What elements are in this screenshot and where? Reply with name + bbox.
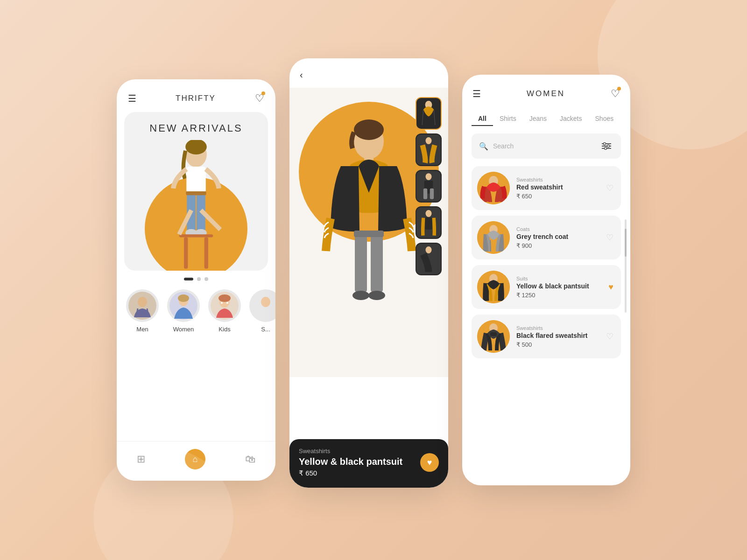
svg-point-29 <box>352 291 369 300</box>
product-name-4: Black flared sweatshirt <box>516 332 599 339</box>
tab-jackets[interactable]: Jackets <box>553 112 588 126</box>
men-label: Men <box>136 326 148 333</box>
category-kids[interactable]: Kids <box>208 289 241 333</box>
product-category-4: Sweatshirts <box>516 325 599 331</box>
like-btn-3[interactable]: ♥ <box>608 282 613 292</box>
svg-rect-28 <box>354 231 384 237</box>
bottom-nav: ⊞ ⌂ 🛍 <box>117 441 275 481</box>
product-price-2: ₹ 900 <box>516 242 599 249</box>
tab-shirts[interactable]: Shirts <box>493 112 523 126</box>
men-avatar <box>126 289 159 322</box>
carousel-dots <box>117 277 275 281</box>
phone3-header: ☰ WOMEN ♡ <box>462 75 630 107</box>
dot-inactive[interactable] <box>197 277 201 281</box>
svg-point-15 <box>178 294 189 302</box>
product-details-1: Sweatshirts Red sweatshirt ₹ 650 <box>516 177 599 200</box>
product-row-1[interactable]: Sweatshirts Red sweatshirt ₹ 650 ♡ <box>472 166 621 210</box>
thumb-4[interactable] <box>416 206 442 239</box>
menu-icon[interactable]: ☰ <box>128 93 136 104</box>
thumb-1[interactable] <box>416 97 442 130</box>
product-price-4: ₹ 500 <box>516 341 599 348</box>
main-product-image <box>289 88 448 377</box>
nav-grid[interactable]: ⊞ <box>137 453 145 465</box>
filter-tabs: All Shirts Jeans Jackets Shoes <box>462 107 630 133</box>
home-btn[interactable]: ⌂ <box>185 449 205 469</box>
product-thumb-1 <box>477 172 510 204</box>
scroll-thumb <box>625 229 627 257</box>
svg-point-18 <box>218 294 231 302</box>
svg-rect-2 <box>186 167 205 193</box>
product-details-3: Suits Yellow & black pantsuit ₹ 1250 <box>516 276 602 299</box>
svg-rect-59 <box>490 332 497 336</box>
search-bar[interactable]: 🔍 Search <box>472 133 621 159</box>
kids-avatar <box>208 289 241 322</box>
category-sale[interactable]: S... <box>249 289 275 333</box>
product-category: Sweatshirts <box>299 448 402 455</box>
thumb-5[interactable] <box>416 243 442 275</box>
phone-home: ☰ THRIFTY ♡ NEW ARRIVALS <box>117 79 275 481</box>
svg-point-24 <box>354 119 384 140</box>
category-men[interactable]: Men <box>126 289 159 333</box>
product-row-2[interactable]: Coats Grey trench coat ₹ 900 ♡ <box>472 216 621 259</box>
like-btn-2[interactable]: ♡ <box>606 232 613 243</box>
svg-point-34 <box>426 137 432 144</box>
product-category-1: Sweatshirts <box>516 177 599 182</box>
tab-jeans[interactable]: Jeans <box>523 112 553 126</box>
filter-button[interactable] <box>599 139 613 153</box>
wishlist-btn-3[interactable]: ♡ <box>611 88 620 100</box>
product-category-2: Coats <box>516 226 599 232</box>
categories-row: Men Women <box>117 289 275 333</box>
wishlist-btn[interactable]: ♡ <box>255 92 264 105</box>
scroll-indicator <box>625 219 627 313</box>
kids-label: Kids <box>218 326 230 333</box>
product-row-3[interactable]: Suits Yellow & black pantsuit ₹ 1250 ♥ <box>472 265 621 309</box>
notification-dot <box>261 91 265 95</box>
svg-point-36 <box>426 173 432 180</box>
like-btn-4[interactable]: ♡ <box>606 331 613 342</box>
nav-bag[interactable]: 🛍 <box>245 453 255 465</box>
banner: NEW ARRIVALS <box>124 112 268 271</box>
nav-home[interactable]: ⌂ <box>185 449 205 469</box>
dot-active[interactable] <box>184 278 193 280</box>
like-button[interactable]: ♥ <box>420 453 439 472</box>
bag-icon: 🛍 <box>245 453 255 465</box>
menu-icon-3[interactable]: ☰ <box>472 88 481 99</box>
product-details-4: Sweatshirts Black flared sweatshirt ₹ 50… <box>516 325 599 348</box>
svg-point-19 <box>221 302 223 304</box>
thumb-3[interactable] <box>416 170 442 203</box>
svg-point-48 <box>604 143 606 145</box>
svg-point-12 <box>138 297 147 307</box>
grid-icon: ⊞ <box>137 453 145 465</box>
tab-shoes[interactable]: Shoes <box>589 112 620 126</box>
svg-rect-8 <box>179 234 213 237</box>
back-button[interactable]: ‹ <box>300 70 303 80</box>
home-icon: ⌂ <box>193 455 198 464</box>
svg-point-50 <box>605 147 607 150</box>
search-input[interactable]: Search <box>493 142 595 150</box>
svg-point-22 <box>261 297 270 307</box>
product-info: Sweatshirts Yellow & black pantsuit ₹ 65… <box>299 448 402 477</box>
phone-women-list: ☰ WOMEN ♡ All Shirts Jeans Jackets Shoes… <box>462 75 630 485</box>
dot-inactive[interactable] <box>204 277 208 281</box>
category-women[interactable]: Women <box>167 289 200 333</box>
phone2-header: ‹ <box>289 58 448 88</box>
product-row-4[interactable]: Sweatshirts Black flared sweatshirt ₹ 50… <box>472 315 621 358</box>
tab-all[interactable]: All <box>472 112 493 126</box>
product-list: Sweatshirts Red sweatshirt ₹ 650 ♡ <box>462 166 630 358</box>
thumb-2[interactable] <box>416 133 442 166</box>
product-price-3: ₹ 1250 <box>516 292 602 299</box>
banner-figure <box>149 140 243 271</box>
svg-rect-39 <box>430 189 434 199</box>
svg-point-30 <box>368 291 385 300</box>
svg-rect-38 <box>423 189 427 199</box>
women-label: Women <box>173 326 194 333</box>
product-price: ₹ 650 <box>299 469 402 477</box>
svg-rect-42 <box>425 217 432 230</box>
sale-avatar <box>249 289 275 322</box>
notification-dot-3 <box>617 87 621 91</box>
product-category-3: Suits <box>516 276 602 281</box>
like-btn-1[interactable]: ♡ <box>606 183 613 193</box>
banner-title: NEW ARRIVALS <box>149 122 242 134</box>
svg-point-41 <box>426 210 432 217</box>
phone1-header: ☰ THRIFTY ♡ <box>117 79 275 112</box>
